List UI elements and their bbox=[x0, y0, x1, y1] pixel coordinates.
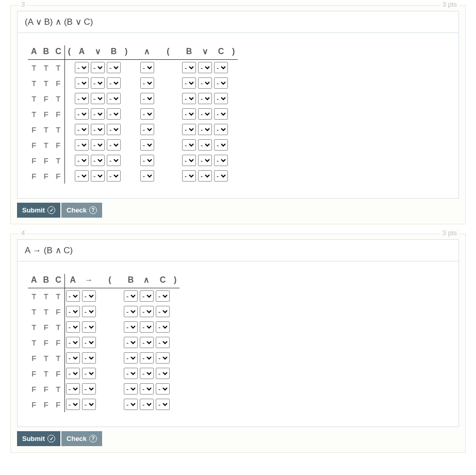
truth-value-select[interactable]: - bbox=[214, 170, 228, 182]
truth-value-select[interactable]: - bbox=[75, 108, 89, 120]
truth-value-select[interactable]: - bbox=[198, 93, 212, 104]
truth-value-select[interactable]: - bbox=[124, 368, 138, 379]
truth-value-select[interactable]: - bbox=[214, 77, 228, 89]
truth-value-select[interactable]: - bbox=[124, 383, 138, 395]
truth-value-select[interactable]: - bbox=[156, 321, 170, 333]
truth-value-select[interactable]: - bbox=[66, 290, 80, 302]
truth-value-select[interactable]: - bbox=[75, 93, 89, 104]
truth-value-select[interactable]: - bbox=[140, 170, 154, 182]
truth-value-select[interactable]: - bbox=[107, 62, 121, 73]
truth-value-select[interactable]: - bbox=[198, 62, 212, 73]
truth-value-select[interactable]: - bbox=[82, 290, 96, 302]
truth-value-select[interactable]: - bbox=[156, 306, 170, 317]
truth-value-select[interactable]: - bbox=[140, 290, 154, 302]
truth-value-select[interactable]: - bbox=[156, 399, 170, 410]
truth-value-select[interactable]: - bbox=[82, 383, 96, 395]
truth-value-select[interactable]: - bbox=[75, 62, 89, 73]
truth-value-select[interactable]: - bbox=[182, 139, 196, 151]
truth-value-select[interactable]: - bbox=[182, 124, 196, 135]
truth-value-select[interactable]: - bbox=[182, 108, 196, 120]
truth-value-select[interactable]: - bbox=[91, 124, 105, 135]
truth-value-select[interactable]: - bbox=[107, 77, 121, 89]
truth-value-select[interactable]: - bbox=[66, 368, 80, 379]
truth-value-select[interactable]: - bbox=[75, 155, 89, 166]
truth-value-select[interactable]: - bbox=[91, 93, 105, 104]
truth-value-select[interactable]: - bbox=[140, 399, 154, 410]
truth-value-select[interactable]: - bbox=[198, 139, 212, 151]
truth-value-select[interactable]: - bbox=[124, 399, 138, 410]
truth-value-select[interactable]: - bbox=[140, 77, 154, 89]
truth-value-select[interactable]: - bbox=[91, 139, 105, 151]
truth-value-select[interactable]: - bbox=[140, 368, 154, 379]
truth-value-select[interactable]: - bbox=[124, 337, 138, 348]
truth-value-select[interactable]: - bbox=[156, 368, 170, 379]
truth-value-select[interactable]: - bbox=[124, 352, 138, 364]
truth-value-select[interactable]: - bbox=[91, 77, 105, 89]
truth-value-select[interactable]: - bbox=[198, 170, 212, 182]
truth-value-select[interactable]: - bbox=[82, 337, 96, 348]
truth-value-select[interactable]: - bbox=[107, 124, 121, 135]
submit-button[interactable]: Submit✓ bbox=[17, 203, 60, 218]
truth-value-select[interactable]: - bbox=[75, 139, 89, 151]
truth-value-select[interactable]: - bbox=[82, 352, 96, 364]
truth-value-select[interactable]: - bbox=[66, 306, 80, 317]
truth-value-select[interactable]: - bbox=[140, 93, 154, 104]
truth-value-select[interactable]: - bbox=[140, 62, 154, 73]
truth-value-select[interactable]: - bbox=[214, 62, 228, 73]
truth-value-select[interactable]: - bbox=[140, 124, 154, 135]
submit-button[interactable]: Submit✓ bbox=[17, 431, 60, 446]
truth-value-select[interactable]: - bbox=[156, 383, 170, 395]
truth-value-select[interactable]: - bbox=[140, 139, 154, 151]
truth-value-select[interactable]: - bbox=[107, 108, 121, 120]
truth-value-select[interactable]: - bbox=[82, 306, 96, 317]
truth-value-select[interactable]: - bbox=[182, 62, 196, 73]
truth-value-select[interactable]: - bbox=[214, 124, 228, 135]
truth-value-select[interactable]: - bbox=[182, 155, 196, 166]
truth-value-select[interactable]: - bbox=[140, 306, 154, 317]
truth-value-select[interactable]: - bbox=[91, 62, 105, 73]
truth-value-select[interactable]: - bbox=[198, 108, 212, 120]
truth-value-select[interactable]: - bbox=[91, 108, 105, 120]
truth-value-select[interactable]: - bbox=[182, 170, 196, 182]
truth-value-select[interactable]: - bbox=[198, 77, 212, 89]
check-button[interactable]: Check? bbox=[61, 203, 102, 218]
truth-value-select[interactable]: - bbox=[66, 337, 80, 348]
truth-value-select[interactable]: - bbox=[198, 124, 212, 135]
truth-value-select[interactable]: - bbox=[66, 352, 80, 364]
truth-value-select[interactable]: - bbox=[82, 399, 96, 410]
truth-value-select[interactable]: - bbox=[107, 93, 121, 104]
truth-value-select[interactable]: - bbox=[82, 368, 96, 379]
truth-value-select[interactable]: - bbox=[182, 77, 196, 89]
check-button[interactable]: Check? bbox=[61, 431, 102, 446]
truth-value-select[interactable]: - bbox=[140, 155, 154, 166]
truth-value-select[interactable]: - bbox=[82, 321, 96, 333]
truth-value-select[interactable]: - bbox=[91, 155, 105, 166]
truth-value-select[interactable]: - bbox=[140, 383, 154, 395]
truth-value-select[interactable]: - bbox=[140, 337, 154, 348]
truth-value-select[interactable]: - bbox=[156, 352, 170, 364]
truth-value-select[interactable]: - bbox=[107, 139, 121, 151]
truth-value-select[interactable]: - bbox=[75, 77, 89, 89]
truth-value-select[interactable]: - bbox=[66, 399, 80, 410]
truth-value-select[interactable]: - bbox=[214, 139, 228, 151]
truth-value-select[interactable]: - bbox=[214, 155, 228, 166]
truth-value-select[interactable]: - bbox=[91, 170, 105, 182]
truth-value-select[interactable]: - bbox=[140, 321, 154, 333]
truth-value-select[interactable]: - bbox=[66, 321, 80, 333]
truth-value-select[interactable]: - bbox=[156, 337, 170, 348]
truth-value-select[interactable]: - bbox=[107, 155, 121, 166]
truth-value-select[interactable]: - bbox=[182, 93, 196, 104]
truth-value-select[interactable]: - bbox=[75, 170, 89, 182]
truth-value-select[interactable]: - bbox=[66, 383, 80, 395]
truth-value-select[interactable]: - bbox=[198, 155, 212, 166]
truth-value-select[interactable]: - bbox=[214, 93, 228, 104]
truth-value-select[interactable]: - bbox=[140, 108, 154, 120]
truth-value-select[interactable]: - bbox=[140, 352, 154, 364]
truth-value-select[interactable]: - bbox=[124, 321, 138, 333]
truth-value-select[interactable]: - bbox=[156, 290, 170, 302]
truth-value-select[interactable]: - bbox=[214, 108, 228, 120]
truth-value-select[interactable]: - bbox=[124, 290, 138, 302]
truth-value-select[interactable]: - bbox=[124, 306, 138, 317]
truth-value-select[interactable]: - bbox=[75, 124, 89, 135]
truth-value-select[interactable]: - bbox=[107, 170, 121, 182]
